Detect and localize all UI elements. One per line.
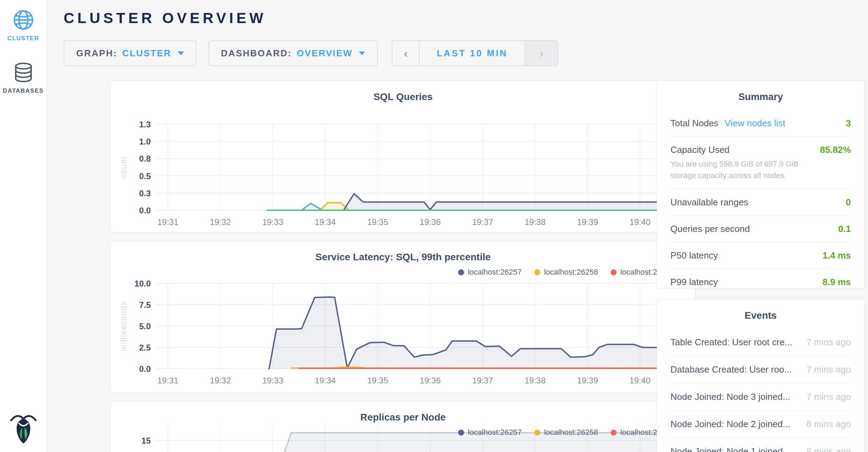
summary-row-label: Unavailable ranges xyxy=(670,197,748,208)
summary-panel: Summary Total NodesView nodes list3Capac… xyxy=(657,80,865,289)
event-row[interactable]: Node Joined: Node 3 joined...7 mins ago xyxy=(670,383,851,411)
legend-dot-icon xyxy=(534,430,540,436)
legend-item[interactable]: localhost:26257 xyxy=(458,268,522,277)
dashboard-dropdown-label: DASHBOARD: xyxy=(221,48,292,59)
svg-text:19:32: 19:32 xyxy=(210,376,231,385)
summary-row-value: 3 xyxy=(846,118,851,129)
svg-text:0.0: 0.0 xyxy=(139,364,151,374)
svg-text:19:37: 19:37 xyxy=(472,217,493,227)
svg-text:5.0: 5.0 xyxy=(139,322,151,331)
summary-row-label: Capacity Used xyxy=(670,144,730,155)
legend-dot-icon xyxy=(611,269,617,275)
svg-text:19:39: 19:39 xyxy=(577,376,598,385)
chart-title: Service Latency: SQL, 99th percentile xyxy=(111,252,695,263)
svg-text:19:38: 19:38 xyxy=(525,376,546,385)
event-time: 7 mins ago xyxy=(806,391,851,402)
svg-text:0.0: 0.0 xyxy=(139,206,151,215)
legend-dot-icon xyxy=(458,269,464,275)
svg-text:milliseconds: milliseconds xyxy=(119,301,128,351)
summary-row-value: 0 xyxy=(846,197,851,208)
summary-row-value: 0.1 xyxy=(838,224,851,234)
graph-dropdown-value: CLUSTER xyxy=(122,48,171,59)
svg-text:19:33: 19:33 xyxy=(262,376,283,385)
time-window-next-button[interactable]: › xyxy=(525,41,557,65)
sidebar-item-label: CLUSTER xyxy=(0,35,47,42)
events-rows: Table Created: User root cre...7 mins ag… xyxy=(670,329,851,452)
svg-text:2.5: 2.5 xyxy=(139,343,151,352)
svg-text:15: 15 xyxy=(141,436,151,445)
event-row[interactable]: Node Joined: Node 2 joined...8 mins ago xyxy=(670,411,851,438)
svg-text:19:34: 19:34 xyxy=(315,376,336,385)
legend-label: localhost:26258 xyxy=(544,428,598,437)
summary-rows: Total NodesView nodes list3Capacity Used… xyxy=(670,110,851,289)
legend-label: localhost:26258 xyxy=(544,268,598,277)
chart-legend: localhost:26257localhost:26258localhost:… xyxy=(446,428,674,437)
summary-row-value: 85.82% xyxy=(820,144,851,155)
legend-label: localhost:26257 xyxy=(468,428,522,437)
event-row[interactable]: Database Created: User roo...7 mins ago xyxy=(670,356,851,383)
svg-text:19:38: 19:38 xyxy=(525,217,546,227)
summary-row: P50 latency1.4 ms xyxy=(670,242,851,269)
page-title: CLUSTER OVERVIEW xyxy=(64,10,266,27)
legend-item[interactable]: localhost:26257 xyxy=(458,428,522,437)
summary-row-value: 1.4 ms xyxy=(823,250,851,261)
summary-row-label: P50 latency xyxy=(670,250,718,261)
graph-dropdown[interactable]: GRAPH: CLUSTER xyxy=(64,40,197,66)
chevron-down-icon xyxy=(178,51,184,55)
event-text: Table Created: User root cre... xyxy=(670,337,792,348)
svg-text:19:34: 19:34 xyxy=(315,217,336,227)
svg-text:0.8: 0.8 xyxy=(139,154,151,163)
chart-card-service-latency: 10.07.55.02.50.019:3119:3219:3319:3419:3… xyxy=(111,241,696,393)
svg-text:19:37: 19:37 xyxy=(472,376,493,385)
legend-item[interactable]: localhost:26258 xyxy=(534,428,598,437)
legend-dot-icon xyxy=(534,269,540,275)
events-title: Events xyxy=(657,299,864,321)
svg-text:19:35: 19:35 xyxy=(367,217,388,227)
dashboard-dropdown[interactable]: DASHBOARD: OVERVIEW xyxy=(208,40,378,66)
svg-text:19:35: 19:35 xyxy=(367,376,388,385)
event-text: Node Joined: Node 2 joined... xyxy=(670,419,790,430)
event-time: 8 mins ago xyxy=(806,419,851,430)
cockroach-logo xyxy=(10,412,37,446)
event-row[interactable]: Node Joined: Node 1 joined...8 mins ago xyxy=(670,438,851,452)
event-time: 8 mins ago xyxy=(806,446,851,452)
svg-text:19:39: 19:39 xyxy=(577,217,598,227)
summary-row: Total NodesView nodes list3 xyxy=(670,110,851,137)
chart-legend: localhost:26257localhost:26258localhost:… xyxy=(446,268,674,277)
svg-text:count: count xyxy=(119,156,128,178)
svg-text:19:32: 19:32 xyxy=(210,217,231,227)
svg-text:19:40: 19:40 xyxy=(629,217,650,227)
chart-card-sql-queries: 1.31.00.80.50.30.019:3119:3219:3319:3419… xyxy=(111,80,696,233)
service-latency-plot: 10.07.55.02.50.019:3119:3219:3319:3419:3… xyxy=(111,241,695,393)
chart-card-replicas-per-node: 1510 Replicas per Node ! localhost:26257… xyxy=(111,401,696,452)
summary-row: P99 latency8.9 ms xyxy=(670,269,851,289)
chevron-right-icon: › xyxy=(540,47,543,60)
legend-dot-icon xyxy=(611,430,617,436)
svg-text:0.5: 0.5 xyxy=(139,171,151,181)
sidebar-item-databases[interactable]: DATABASES xyxy=(0,62,47,94)
time-range-label: LAST 10 MIN xyxy=(437,48,508,59)
toolbar: GRAPH: CLUSTER DASHBOARD: OVERVIEW ‹ LAS… xyxy=(64,40,558,66)
globe-icon xyxy=(13,9,34,31)
events-panel: Events Table Created: User root cre...7 … xyxy=(657,299,865,452)
svg-text:0.3: 0.3 xyxy=(139,189,151,198)
event-time: 7 mins ago xyxy=(806,364,851,375)
summary-row: Capacity Used85.82%You are using 598.9 G… xyxy=(670,137,851,189)
event-time: 7 mins ago xyxy=(806,337,851,348)
legend-item[interactable]: localhost:26258 xyxy=(534,268,598,277)
event-row[interactable]: Table Created: User root cre...7 mins ag… xyxy=(670,329,851,356)
cockroachdb-admin-ui: CLUSTER DATABASES xyxy=(0,0,868,452)
summary-row-value: 8.9 ms xyxy=(823,277,851,288)
svg-text:1.0: 1.0 xyxy=(139,137,151,146)
svg-text:19:33: 19:33 xyxy=(262,217,283,227)
svg-text:19:31: 19:31 xyxy=(157,217,178,227)
svg-text:19:36: 19:36 xyxy=(420,217,441,227)
sidebar-item-cluster[interactable]: CLUSTER xyxy=(0,9,47,42)
chart-title: SQL Queries xyxy=(111,91,695,103)
summary-row-label: P99 latency xyxy=(670,277,718,288)
summary-row-label: Total Nodes xyxy=(670,118,718,129)
view-nodes-list-link[interactable]: View nodes list xyxy=(725,118,785,129)
time-window-range-button[interactable]: LAST 10 MIN xyxy=(419,41,525,65)
summary-row: Queries per second0.1 xyxy=(670,216,851,242)
time-window-prev-button[interactable]: ‹ xyxy=(392,41,419,65)
